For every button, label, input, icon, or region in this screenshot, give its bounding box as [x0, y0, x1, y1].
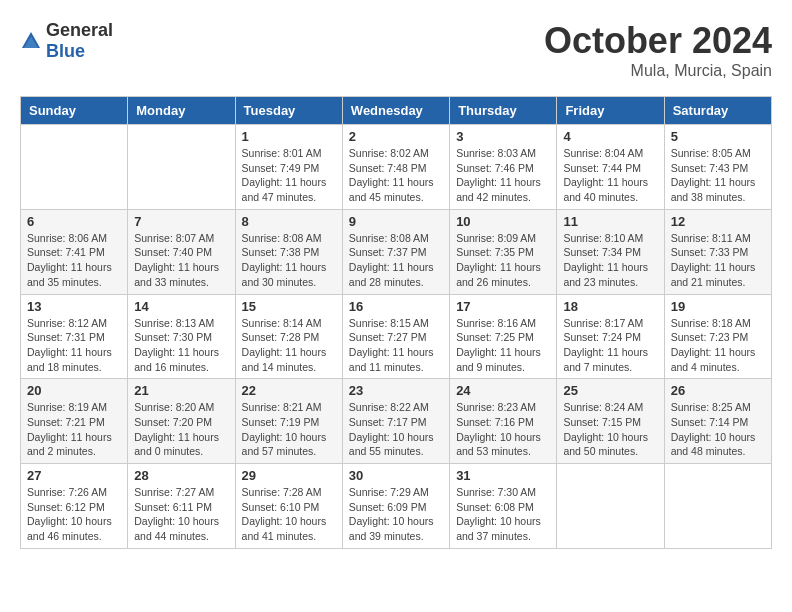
- day-number: 4: [563, 129, 657, 144]
- calendar-cell: 7Sunrise: 8:07 AM Sunset: 7:40 PM Daylig…: [128, 209, 235, 294]
- day-number: 28: [134, 468, 228, 483]
- calendar-cell: [128, 125, 235, 210]
- day-info: Sunrise: 8:10 AM Sunset: 7:34 PM Dayligh…: [563, 231, 657, 290]
- day-number: 29: [242, 468, 336, 483]
- calendar-cell: 28Sunrise: 7:27 AM Sunset: 6:11 PM Dayli…: [128, 464, 235, 549]
- calendar-cell: 18Sunrise: 8:17 AM Sunset: 7:24 PM Dayli…: [557, 294, 664, 379]
- day-number: 27: [27, 468, 121, 483]
- calendar-cell: [21, 125, 128, 210]
- day-number: 14: [134, 299, 228, 314]
- day-info: Sunrise: 7:30 AM Sunset: 6:08 PM Dayligh…: [456, 485, 550, 544]
- calendar-cell: 19Sunrise: 8:18 AM Sunset: 7:23 PM Dayli…: [664, 294, 771, 379]
- calendar-cell: [557, 464, 664, 549]
- weekday-header: Sunday: [21, 97, 128, 125]
- day-number: 25: [563, 383, 657, 398]
- day-info: Sunrise: 8:20 AM Sunset: 7:20 PM Dayligh…: [134, 400, 228, 459]
- weekday-header: Saturday: [664, 97, 771, 125]
- day-info: Sunrise: 8:14 AM Sunset: 7:28 PM Dayligh…: [242, 316, 336, 375]
- day-info: Sunrise: 8:24 AM Sunset: 7:15 PM Dayligh…: [563, 400, 657, 459]
- calendar-cell: 8Sunrise: 8:08 AM Sunset: 7:38 PM Daylig…: [235, 209, 342, 294]
- calendar-cell: 10Sunrise: 8:09 AM Sunset: 7:35 PM Dayli…: [450, 209, 557, 294]
- day-number: 1: [242, 129, 336, 144]
- day-info: Sunrise: 8:25 AM Sunset: 7:14 PM Dayligh…: [671, 400, 765, 459]
- calendar-cell: 31Sunrise: 7:30 AM Sunset: 6:08 PM Dayli…: [450, 464, 557, 549]
- day-info: Sunrise: 8:12 AM Sunset: 7:31 PM Dayligh…: [27, 316, 121, 375]
- day-number: 10: [456, 214, 550, 229]
- logo: General Blue: [20, 20, 113, 62]
- calendar-week-row: 20Sunrise: 8:19 AM Sunset: 7:21 PM Dayli…: [21, 379, 772, 464]
- day-number: 12: [671, 214, 765, 229]
- day-info: Sunrise: 8:01 AM Sunset: 7:49 PM Dayligh…: [242, 146, 336, 205]
- day-info: Sunrise: 8:23 AM Sunset: 7:16 PM Dayligh…: [456, 400, 550, 459]
- calendar-cell: 12Sunrise: 8:11 AM Sunset: 7:33 PM Dayli…: [664, 209, 771, 294]
- title-block: October 2024 Mula, Murcia, Spain: [544, 20, 772, 80]
- day-info: Sunrise: 8:22 AM Sunset: 7:17 PM Dayligh…: [349, 400, 443, 459]
- calendar-cell: 3Sunrise: 8:03 AM Sunset: 7:46 PM Daylig…: [450, 125, 557, 210]
- weekday-header: Wednesday: [342, 97, 449, 125]
- day-info: Sunrise: 8:09 AM Sunset: 7:35 PM Dayligh…: [456, 231, 550, 290]
- day-info: Sunrise: 8:13 AM Sunset: 7:30 PM Dayligh…: [134, 316, 228, 375]
- month-title: October 2024: [544, 20, 772, 62]
- day-info: Sunrise: 8:21 AM Sunset: 7:19 PM Dayligh…: [242, 400, 336, 459]
- day-info: Sunrise: 7:27 AM Sunset: 6:11 PM Dayligh…: [134, 485, 228, 544]
- day-info: Sunrise: 7:28 AM Sunset: 6:10 PM Dayligh…: [242, 485, 336, 544]
- day-number: 22: [242, 383, 336, 398]
- day-info: Sunrise: 8:04 AM Sunset: 7:44 PM Dayligh…: [563, 146, 657, 205]
- day-info: Sunrise: 8:06 AM Sunset: 7:41 PM Dayligh…: [27, 231, 121, 290]
- day-info: Sunrise: 7:29 AM Sunset: 6:09 PM Dayligh…: [349, 485, 443, 544]
- calendar-cell: 29Sunrise: 7:28 AM Sunset: 6:10 PM Dayli…: [235, 464, 342, 549]
- calendar-cell: 20Sunrise: 8:19 AM Sunset: 7:21 PM Dayli…: [21, 379, 128, 464]
- day-number: 19: [671, 299, 765, 314]
- day-info: Sunrise: 8:08 AM Sunset: 7:38 PM Dayligh…: [242, 231, 336, 290]
- weekday-header: Tuesday: [235, 97, 342, 125]
- day-info: Sunrise: 8:08 AM Sunset: 7:37 PM Dayligh…: [349, 231, 443, 290]
- calendar-week-row: 6Sunrise: 8:06 AM Sunset: 7:41 PM Daylig…: [21, 209, 772, 294]
- calendar-cell: 14Sunrise: 8:13 AM Sunset: 7:30 PM Dayli…: [128, 294, 235, 379]
- logo-text: General Blue: [46, 20, 113, 62]
- day-info: Sunrise: 8:16 AM Sunset: 7:25 PM Dayligh…: [456, 316, 550, 375]
- day-number: 3: [456, 129, 550, 144]
- calendar-cell: 22Sunrise: 8:21 AM Sunset: 7:19 PM Dayli…: [235, 379, 342, 464]
- day-number: 2: [349, 129, 443, 144]
- calendar-week-row: 1Sunrise: 8:01 AM Sunset: 7:49 PM Daylig…: [21, 125, 772, 210]
- calendar-cell: 17Sunrise: 8:16 AM Sunset: 7:25 PM Dayli…: [450, 294, 557, 379]
- day-number: 17: [456, 299, 550, 314]
- logo-icon: [20, 30, 42, 52]
- calendar-cell: 2Sunrise: 8:02 AM Sunset: 7:48 PM Daylig…: [342, 125, 449, 210]
- day-info: Sunrise: 8:05 AM Sunset: 7:43 PM Dayligh…: [671, 146, 765, 205]
- location: Mula, Murcia, Spain: [544, 62, 772, 80]
- weekday-header: Monday: [128, 97, 235, 125]
- day-number: 7: [134, 214, 228, 229]
- calendar-cell: 16Sunrise: 8:15 AM Sunset: 7:27 PM Dayli…: [342, 294, 449, 379]
- day-number: 23: [349, 383, 443, 398]
- calendar-cell: 4Sunrise: 8:04 AM Sunset: 7:44 PM Daylig…: [557, 125, 664, 210]
- calendar-cell: 5Sunrise: 8:05 AM Sunset: 7:43 PM Daylig…: [664, 125, 771, 210]
- calendar-cell: 1Sunrise: 8:01 AM Sunset: 7:49 PM Daylig…: [235, 125, 342, 210]
- calendar-cell: 15Sunrise: 8:14 AM Sunset: 7:28 PM Dayli…: [235, 294, 342, 379]
- day-number: 24: [456, 383, 550, 398]
- day-info: Sunrise: 8:07 AM Sunset: 7:40 PM Dayligh…: [134, 231, 228, 290]
- day-info: Sunrise: 8:11 AM Sunset: 7:33 PM Dayligh…: [671, 231, 765, 290]
- calendar-cell: 23Sunrise: 8:22 AM Sunset: 7:17 PM Dayli…: [342, 379, 449, 464]
- day-number: 18: [563, 299, 657, 314]
- calendar-cell: 21Sunrise: 8:20 AM Sunset: 7:20 PM Dayli…: [128, 379, 235, 464]
- logo-blue: Blue: [46, 41, 85, 61]
- day-info: Sunrise: 8:02 AM Sunset: 7:48 PM Dayligh…: [349, 146, 443, 205]
- day-number: 5: [671, 129, 765, 144]
- header: General Blue October 2024 Mula, Murcia, …: [20, 20, 772, 80]
- calendar-cell: 9Sunrise: 8:08 AM Sunset: 7:37 PM Daylig…: [342, 209, 449, 294]
- day-number: 31: [456, 468, 550, 483]
- calendar-cell: 24Sunrise: 8:23 AM Sunset: 7:16 PM Dayli…: [450, 379, 557, 464]
- weekday-header: Friday: [557, 97, 664, 125]
- day-number: 20: [27, 383, 121, 398]
- logo-general: General: [46, 20, 113, 40]
- calendar-cell: 30Sunrise: 7:29 AM Sunset: 6:09 PM Dayli…: [342, 464, 449, 549]
- calendar-week-row: 13Sunrise: 8:12 AM Sunset: 7:31 PM Dayli…: [21, 294, 772, 379]
- calendar-cell: 25Sunrise: 8:24 AM Sunset: 7:15 PM Dayli…: [557, 379, 664, 464]
- day-number: 26: [671, 383, 765, 398]
- day-number: 11: [563, 214, 657, 229]
- calendar-cell: [664, 464, 771, 549]
- weekday-header: Thursday: [450, 97, 557, 125]
- day-number: 13: [27, 299, 121, 314]
- calendar-cell: 26Sunrise: 8:25 AM Sunset: 7:14 PM Dayli…: [664, 379, 771, 464]
